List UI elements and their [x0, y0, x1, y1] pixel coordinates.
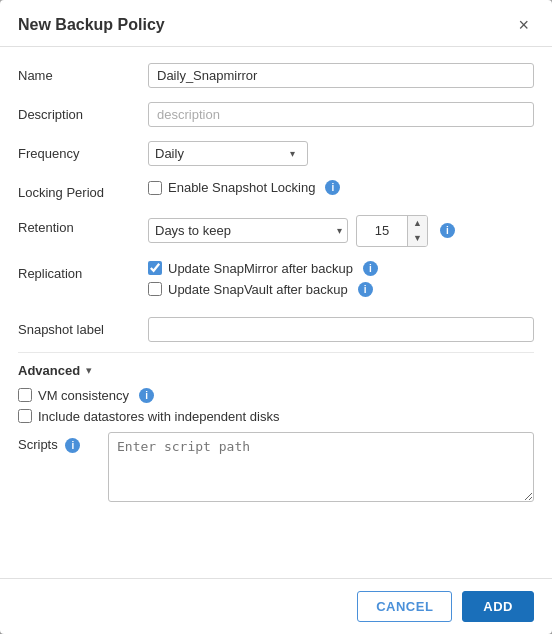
locking-info-icon[interactable]: i	[325, 180, 340, 195]
replication-label: Replication	[18, 261, 148, 281]
scripts-textarea-wrap	[108, 432, 534, 505]
scripts-row: Scripts i	[18, 432, 534, 505]
retention-number-wrap: ▲ ▼	[356, 215, 428, 247]
description-row: Description	[18, 102, 534, 127]
frequency-row: Frequency Daily Weekly Monthly Hourly ▾	[18, 141, 534, 166]
vm-consistency-info-icon[interactable]: i	[139, 388, 154, 403]
include-datastores-row: Include datastores with independent disk…	[18, 409, 534, 424]
retention-select[interactable]: Days to keep Weeks to keep Months to kee…	[148, 218, 348, 243]
description-input[interactable]	[148, 102, 534, 127]
retention-info-icon[interactable]: i	[440, 223, 455, 238]
description-field-wrap	[148, 102, 534, 127]
close-button[interactable]: ×	[513, 14, 534, 36]
advanced-chevron-icon: ▾	[86, 364, 92, 377]
retention-controls: Days to keep Weeks to keep Months to kee…	[148, 215, 534, 247]
frequency-label: Frequency	[18, 141, 148, 161]
name-row: Name	[18, 63, 534, 88]
name-label: Name	[18, 63, 148, 83]
retention-select-wrap: Days to keep Weeks to keep Months to kee…	[148, 218, 348, 243]
frequency-field-wrap: Daily Weekly Monthly Hourly ▾	[148, 141, 534, 166]
name-field-wrap	[148, 63, 534, 88]
locking-period-row: Locking Period Enable Snapshot Locking i	[18, 180, 534, 201]
add-button[interactable]: ADD	[462, 591, 534, 622]
snapvault-info-icon[interactable]: i	[358, 282, 373, 297]
dialog-footer: CANCEL ADD	[0, 578, 552, 634]
retention-label: Retention	[18, 215, 148, 235]
scripts-textarea[interactable]	[108, 432, 534, 502]
dialog-body: Name Description Frequency Daily Weekly …	[0, 47, 552, 578]
locking-period-field-wrap: Enable Snapshot Locking i	[148, 180, 534, 201]
advanced-toggle[interactable]: Advanced ▾	[18, 363, 534, 378]
description-label: Description	[18, 102, 148, 122]
locking-period-label: Locking Period	[18, 180, 148, 200]
retention-number-input[interactable]	[357, 219, 407, 242]
name-input[interactable]	[148, 63, 534, 88]
frequency-select-wrapper: Daily Weekly Monthly Hourly ▾	[148, 141, 534, 166]
locking-checkbox[interactable]	[148, 181, 162, 195]
advanced-label: Advanced	[18, 363, 80, 378]
scripts-label: Scripts i	[18, 432, 108, 453]
locking-checkbox-row: Enable Snapshot Locking i	[148, 180, 534, 195]
vm-consistency-row: VM consistency i	[18, 388, 534, 403]
dialog-title: New Backup Policy	[18, 16, 165, 34]
vm-consistency-checkbox[interactable]	[18, 388, 32, 402]
include-datastores-checkbox[interactable]	[18, 409, 32, 423]
snapmirror-checkbox[interactable]	[148, 261, 162, 275]
snapmirror-label: Update SnapMirror after backup	[168, 261, 353, 276]
snapvault-label: Update SnapVault after backup	[168, 282, 348, 297]
snapmirror-row: Update SnapMirror after backup i	[148, 261, 534, 276]
snapshot-label-text: Snapshot label	[18, 322, 148, 337]
retention-decrement-button[interactable]: ▼	[408, 231, 427, 246]
retention-increment-button[interactable]: ▲	[408, 216, 427, 231]
snapmirror-info-icon[interactable]: i	[363, 261, 378, 276]
retention-spinner: ▲ ▼	[407, 216, 427, 246]
frequency-select[interactable]: Daily Weekly Monthly Hourly	[148, 141, 308, 166]
snapvault-row: Update SnapVault after backup i	[148, 282, 534, 297]
locking-checkbox-label: Enable Snapshot Locking	[168, 180, 315, 195]
replication-section: Update SnapMirror after backup i Update …	[148, 261, 534, 303]
advanced-section: Advanced ▾ VM consistency i Include data…	[18, 352, 534, 505]
cancel-button[interactable]: CANCEL	[357, 591, 452, 622]
retention-row: Retention Days to keep Weeks to keep Mon…	[18, 215, 534, 247]
vm-consistency-label: VM consistency	[38, 388, 129, 403]
snapshot-input-wrap	[148, 317, 534, 342]
replication-row: Replication Update SnapMirror after back…	[18, 261, 534, 303]
snapshot-label-row: Snapshot label	[18, 317, 534, 342]
include-datastores-label: Include datastores with independent disk…	[38, 409, 279, 424]
retention-field-wrap: Days to keep Weeks to keep Months to kee…	[148, 215, 534, 247]
snapshot-label-input[interactable]	[148, 317, 534, 342]
scripts-info-icon[interactable]: i	[65, 438, 80, 453]
snapvault-checkbox[interactable]	[148, 282, 162, 296]
new-backup-policy-dialog: New Backup Policy × Name Description Fre…	[0, 0, 552, 634]
dialog-header: New Backup Policy ×	[0, 0, 552, 47]
